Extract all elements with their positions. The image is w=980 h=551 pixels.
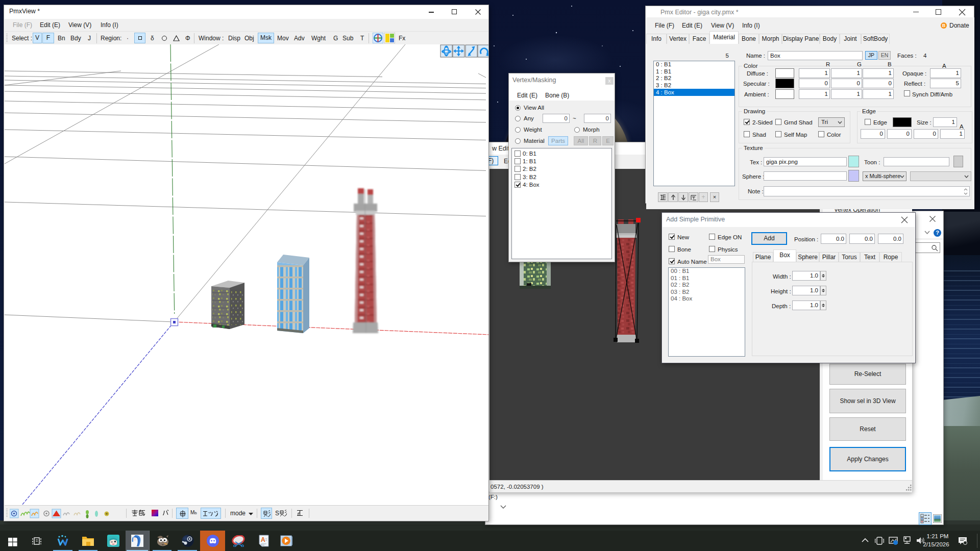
svg-text:A: A xyxy=(261,536,265,543)
